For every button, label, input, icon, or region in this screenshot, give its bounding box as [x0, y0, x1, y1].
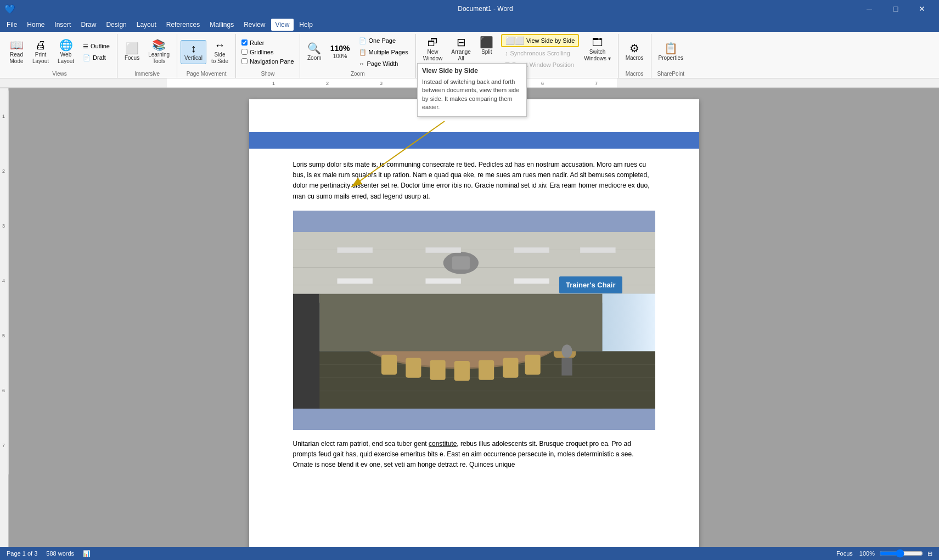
constitute-link[interactable]: constitute — [429, 440, 457, 448]
view-side-by-side-icon: ⬜⬜ — [505, 36, 524, 45]
focus-mode-button[interactable]: Focus — [834, 549, 855, 558]
page-width-button[interactable]: ↔ Page Width — [355, 59, 412, 69]
ribbon-group-sharepoint: 📋 Properties SharePoint — [651, 34, 691, 78]
learning-tools-label: LearningTools — [148, 52, 170, 65]
focus-button[interactable]: ⬜ Focus — [121, 40, 143, 64]
side-to-side-label: Sideto Side — [211, 52, 228, 65]
svg-text:6: 6 — [541, 81, 544, 86]
page-width-icon: ↔ — [359, 60, 365, 67]
menu-mailings[interactable]: Mailings — [205, 19, 238, 31]
macros-label: Macros — [626, 55, 644, 61]
menu-references[interactable]: References — [162, 19, 204, 31]
doc-scroll[interactable]: Loris sump dolor sits mate is, is commun… — [9, 88, 939, 547]
svg-point-61 — [561, 344, 572, 358]
status-bar: Page 1 of 3 588 words 📊 Focus 100% ⊞ — [0, 547, 939, 560]
nav-pane-checkbox-input[interactable] — [241, 58, 248, 64]
zoom-100-button[interactable]: 110% 100% — [327, 42, 354, 63]
ribbon-group-zoom: 🔍 Zoom 110% 100% 📄 One Page 📋 — [300, 34, 416, 78]
switch-windows-label: SwitchWindows ▾ — [584, 49, 610, 62]
zoom-group-label: Zoom — [303, 70, 412, 77]
show-group-label: Show — [239, 70, 296, 77]
zoom-slider[interactable] — [879, 549, 923, 558]
status-bar-left: Page 1 of 3 588 words 📊 — [7, 550, 91, 557]
macros-group-label: Macros — [622, 70, 648, 77]
multiple-pages-button[interactable]: 📋 Multiple Pages — [355, 47, 412, 58]
svg-text:1: 1 — [2, 114, 5, 119]
web-layout-button[interactable]: 🌐 WebLayout — [54, 37, 78, 67]
gridlines-checkbox-input[interactable] — [241, 49, 248, 55]
read-mode-label: ReadMode — [9, 52, 23, 65]
menu-view[interactable]: View — [271, 19, 294, 31]
draft-icon: 📄 — [83, 54, 91, 61]
macros-button[interactable]: ⚙ Macros — [622, 40, 648, 64]
outline-button[interactable]: ☰ Outline — [79, 41, 114, 52]
doc-body-text-2: Unitarian elect ram patriot, end sea tub… — [293, 439, 655, 471]
vertical-button[interactable]: ↕ Vertical — [181, 40, 206, 64]
svg-text:3: 3 — [2, 223, 5, 229]
svg-rect-30 — [337, 278, 372, 284]
svg-rect-26 — [337, 247, 372, 253]
svg-rect-62 — [561, 358, 572, 375]
switch-windows-button[interactable]: 🗔 SwitchWindows ▾ — [580, 34, 614, 70]
focus-icon: ⬜ — [125, 43, 139, 54]
synchronous-scrolling-button[interactable]: ↕ Synchronous Scrolling — [501, 48, 579, 58]
title-bar-title: Document1 - Word — [114, 5, 857, 13]
minimize-button[interactable]: ─ — [857, 0, 882, 18]
switch-windows-icon: 🗔 — [592, 37, 603, 48]
svg-rect-52 — [454, 361, 469, 381]
one-page-button[interactable]: 📄 One Page — [355, 36, 412, 46]
svg-text:4: 4 — [2, 278, 5, 284]
properties-button[interactable]: 📋 Properties — [655, 40, 688, 64]
close-button[interactable]: ✕ — [909, 0, 935, 18]
menu-insert[interactable]: Insert — [50, 19, 75, 31]
sync-scroll-icon: ↕ — [505, 50, 508, 56]
svg-text:1: 1 — [272, 81, 275, 86]
menu-design[interactable]: Design — [102, 19, 131, 31]
zoom-button[interactable]: 🔍 Zoom — [303, 40, 325, 64]
conference-room-svg — [293, 211, 655, 430]
menu-review[interactable]: Review — [239, 19, 269, 31]
svg-text:5: 5 — [2, 333, 5, 338]
gridlines-checkbox[interactable]: Gridlines — [239, 48, 275, 56]
outline-label: Outline — [91, 43, 110, 49]
ribbon-group-page-movement: ↕ Vertical ↔ Sideto Side Page Movement — [177, 34, 236, 78]
menu-help[interactable]: Help — [295, 19, 317, 31]
ruler-checkbox-input[interactable] — [241, 39, 248, 46]
ribbon-group-show: Ruler Gridlines Navigation Pane Show — [236, 34, 300, 78]
ruler-checkbox[interactable]: Ruler — [239, 39, 266, 47]
svg-rect-29 — [580, 247, 615, 253]
menu-layout[interactable]: Layout — [132, 19, 161, 31]
side-to-side-icon: ↔ — [214, 39, 225, 50]
properties-label: Properties — [659, 55, 684, 61]
print-layout-button[interactable]: 🖨 PrintLayout — [29, 37, 53, 67]
view-side-by-side-button[interactable]: ⬜⬜ View Side by Side — [501, 34, 579, 47]
ruler-label: Ruler — [250, 39, 264, 46]
side-to-side-button[interactable]: ↔ Sideto Side — [207, 37, 232, 67]
split-icon: ⬛ — [480, 37, 493, 48]
doc-body-text-1: Loris sump dolor sits mate is, is commun… — [293, 160, 655, 202]
outline-icon: ☰ — [83, 43, 88, 50]
split-label: Split — [481, 49, 492, 55]
draft-button[interactable]: 📄 Draft — [79, 53, 114, 63]
web-layout-label: WebLayout — [58, 52, 74, 65]
tooltip-title: View Side by Side — [418, 64, 526, 78]
page-info: Page 1 of 3 — [7, 550, 37, 557]
svg-rect-28 — [514, 247, 549, 253]
draft-label: Draft — [93, 54, 106, 61]
read-mode-button[interactable]: 📖 ReadMode — [5, 37, 27, 67]
page-width-label: Page Width — [367, 60, 398, 67]
maximize-button[interactable]: □ — [883, 0, 908, 18]
print-layout-label: PrintLayout — [32, 52, 49, 65]
doc-header-bar — [249, 132, 699, 149]
nav-pane-checkbox[interactable]: Navigation Pane — [239, 58, 296, 65]
svg-text:3: 3 — [380, 81, 383, 86]
sync-scroll-label: Synchronous Scrolling — [510, 50, 570, 56]
focus-label: Focus — [125, 55, 139, 61]
menu-file[interactable]: File — [2, 19, 21, 31]
learning-tools-button[interactable]: 📚 LearningTools — [144, 37, 173, 67]
new-window-label: NewWindow — [423, 49, 443, 62]
word-count: 588 words — [46, 550, 74, 557]
menu-home[interactable]: Home — [23, 19, 49, 31]
menu-draw[interactable]: Draw — [76, 19, 100, 31]
svg-rect-49 — [381, 355, 396, 375]
